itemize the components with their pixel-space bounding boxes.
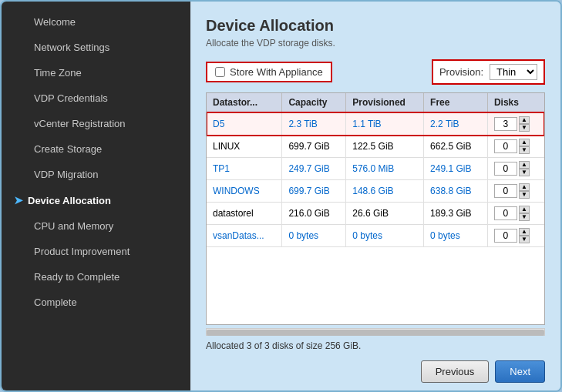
- sidebar-item-label: VDP Credentials: [34, 92, 108, 104]
- cell-capacity: 2.3 TiB: [282, 112, 346, 136]
- cell-provisioned: 26.6 GiB: [346, 203, 424, 225]
- disk-count-input[interactable]: [494, 139, 517, 153]
- cell-datastore: vsanDatas...: [207, 225, 282, 247]
- table-row[interactable]: TP1249.7 GiB576.0 MiB249.1 GiB▲▼: [207, 158, 544, 180]
- datastore-table: Datastor... Capacity Provisioned Free Di…: [207, 93, 544, 247]
- cell-disks: ▲▼: [487, 203, 544, 225]
- spinner-buttons: ▲▼: [519, 183, 530, 199]
- spinner-up-button[interactable]: ▲: [519, 206, 530, 213]
- sidebar-item-label: vCenter Registration: [34, 118, 126, 129]
- store-appliance-container[interactable]: Store With Appliance: [206, 62, 332, 82]
- store-appliance-checkbox[interactable]: [215, 67, 225, 77]
- cell-disks: ▲▼: [487, 112, 544, 136]
- spinner-down-button[interactable]: ▼: [519, 146, 530, 154]
- spinner-down-button[interactable]: ▼: [519, 191, 530, 199]
- cell-provisioned: 0 bytes: [346, 225, 424, 247]
- spinner-down-button[interactable]: ▼: [519, 213, 530, 221]
- horizontal-scrollbar[interactable]: [206, 328, 545, 336]
- disk-spinner: ▲▼: [494, 116, 538, 132]
- disk-spinner: ▲▼: [494, 161, 538, 176]
- sidebar-item-label: VDP Migration: [34, 169, 99, 180]
- spinner-buttons: ▲▼: [519, 116, 530, 132]
- disk-count-input[interactable]: [494, 229, 517, 243]
- sidebar-item-label: Ready to Complete: [34, 271, 119, 283]
- sidebar-item-device-allocation[interactable]: ➤Device Allocation: [2, 187, 190, 213]
- sidebar-item-product-improvement[interactable]: Product Improvement: [2, 239, 190, 264]
- cell-disks: ▲▼: [487, 158, 544, 180]
- datastore-table-wrapper: Datastor... Capacity Provisioned Free Di…: [206, 92, 545, 325]
- disk-spinner: ▲▼: [494, 139, 538, 154]
- sidebar-item-cpu-and-memory[interactable]: CPU and Memory: [2, 213, 190, 239]
- spinner-up-button[interactable]: ▲: [519, 183, 530, 191]
- sidebar-item-network-settings[interactable]: Network Settings: [2, 35, 190, 60]
- disk-count-input[interactable]: [494, 206, 517, 220]
- sidebar-item-complete[interactable]: Complete: [2, 290, 190, 315]
- allocation-footer: Allocated 3 of 3 disks of size 256 GiB.: [206, 340, 545, 351]
- spinner-up-button[interactable]: ▲: [519, 228, 530, 236]
- sidebar-item-label: Time Zone: [34, 67, 82, 79]
- sidebar-item-welcome[interactable]: Welcome: [2, 9, 190, 35]
- table-row[interactable]: datastorel216.0 GiB26.6 GiB189.3 GiB▲▼: [207, 203, 544, 225]
- cell-provisioned: 122.5 GiB: [346, 136, 424, 158]
- cell-capacity: 216.0 GiB: [282, 203, 346, 225]
- arrow-icon: ➤: [14, 194, 23, 206]
- page-subtitle: Allocate the VDP storage disks.: [206, 38, 545, 49]
- disk-count-input[interactable]: [494, 162, 517, 176]
- sidebar-item-label: Product Improvement: [34, 246, 130, 257]
- sidebar-item-vdp-migration[interactable]: VDP Migration: [2, 162, 190, 187]
- disk-spinner: ▲▼: [494, 206, 538, 221]
- cell-capacity: 0 bytes: [282, 225, 346, 247]
- disk-count-input[interactable]: [494, 184, 517, 198]
- scrollbar-thumb: [207, 330, 544, 336]
- cell-provisioned: 148.6 GiB: [346, 180, 424, 203]
- sidebar-item-time-zone[interactable]: Time Zone: [2, 60, 190, 85]
- provision-container: Provision: Thin Thick: [432, 59, 545, 85]
- disk-spinner: ▲▼: [494, 183, 538, 199]
- col-free: Free: [424, 93, 488, 112]
- next-button[interactable]: Next: [495, 360, 545, 383]
- col-disks: Disks: [487, 93, 544, 112]
- sidebar-item-vdp-credentials[interactable]: VDP Credentials: [2, 85, 190, 111]
- spinner-down-button[interactable]: ▼: [519, 169, 530, 176]
- spinner-up-button[interactable]: ▲: [519, 139, 530, 146]
- spinner-down-button[interactable]: ▼: [519, 124, 530, 132]
- cell-free: 0 bytes: [424, 225, 488, 247]
- col-capacity: Capacity: [282, 93, 346, 112]
- table-header-row: Datastor... Capacity Provisioned Free Di…: [207, 93, 544, 112]
- cell-datastore: TP1: [207, 158, 282, 180]
- cell-disks: ▲▼: [487, 180, 544, 203]
- app-window: WelcomeNetwork SettingsTime ZoneVDP Cred…: [0, 0, 562, 392]
- previous-button[interactable]: Previous: [421, 360, 490, 383]
- cell-datastore: WINDOWS: [207, 180, 282, 203]
- spinner-buttons: ▲▼: [519, 139, 530, 154]
- sidebar-item-label: Welcome: [34, 16, 76, 28]
- spinner-buttons: ▲▼: [519, 228, 530, 243]
- table-row[interactable]: vsanDatas...0 bytes0 bytes0 bytes▲▼: [207, 225, 544, 247]
- sidebar-item-vcenter-registration[interactable]: vCenter Registration: [2, 111, 190, 136]
- spinner-up-button[interactable]: ▲: [519, 116, 530, 124]
- sidebar-item-label: CPU and Memory: [34, 220, 113, 232]
- sidebar-item-create-storage[interactable]: Create Storage: [2, 136, 190, 162]
- provision-select[interactable]: Thin Thick: [490, 64, 537, 80]
- cell-free: 662.5 GiB: [424, 136, 488, 158]
- cell-capacity: 249.7 GiB: [282, 158, 346, 180]
- cell-free: 189.3 GiB: [424, 203, 488, 225]
- spinner-buttons: ▲▼: [519, 161, 530, 176]
- sidebar: WelcomeNetwork SettingsTime ZoneVDP Cred…: [2, 2, 190, 390]
- table-row[interactable]: WINDOWS699.7 GiB148.6 GiB638.8 GiB▲▼: [207, 180, 544, 203]
- cell-free: 638.8 GiB: [424, 180, 488, 203]
- table-row[interactable]: LINUX699.7 GiB122.5 GiB662.5 GiB▲▼: [207, 136, 544, 158]
- cell-provisioned: 1.1 TiB: [346, 112, 424, 136]
- toolbar: Store With Appliance Provision: Thin Thi…: [206, 59, 545, 85]
- sidebar-item-label: Complete: [34, 297, 77, 308]
- spinner-down-button[interactable]: ▼: [519, 236, 530, 243]
- sidebar-item-ready-to-complete[interactable]: Ready to Complete: [2, 264, 190, 290]
- cell-free: 249.1 GiB: [424, 158, 488, 180]
- col-datastore: Datastor...: [207, 93, 282, 112]
- table-row[interactable]: D52.3 TiB1.1 TiB2.2 TiB▲▼: [207, 112, 544, 136]
- disk-count-input[interactable]: [494, 117, 517, 131]
- spinner-up-button[interactable]: ▲: [519, 161, 530, 169]
- page-title: Device Allocation: [206, 17, 545, 35]
- cell-provisioned: 576.0 MiB: [346, 158, 424, 180]
- cell-disks: ▲▼: [487, 136, 544, 158]
